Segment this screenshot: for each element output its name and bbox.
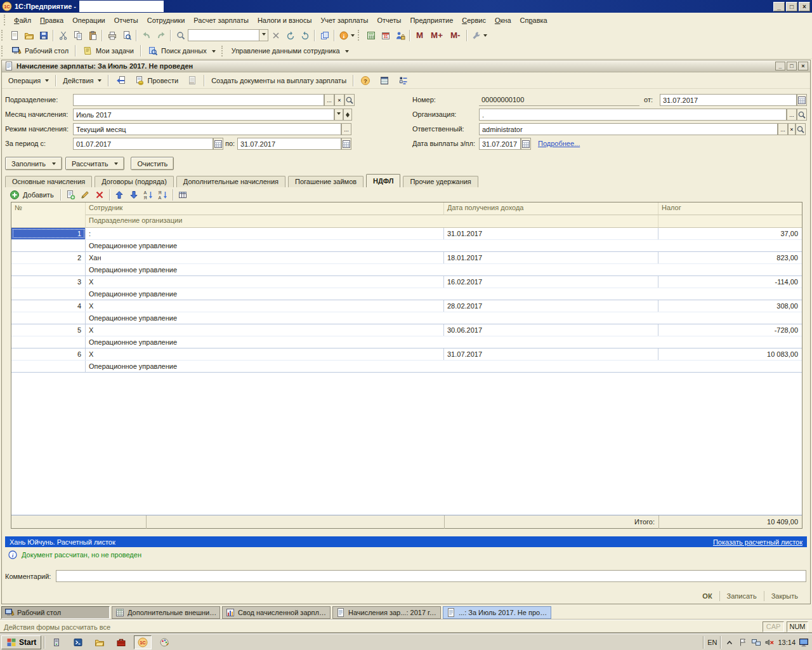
post-button[interactable]: Провести <box>130 74 183 88</box>
doc-close-button[interactable]: × <box>798 62 808 70</box>
division-open-button[interactable] <box>344 94 355 106</box>
income-date-cell[interactable]: 18.01.2017 <box>444 252 658 263</box>
clear-search-button[interactable] <box>268 29 283 42</box>
ok-button[interactable]: ОК <box>695 591 719 601</box>
department-cell[interactable]: Операционное управление <box>86 288 802 300</box>
window-tab[interactable]: Свод начисленной зарплат... <box>222 606 331 619</box>
structure-button[interactable] <box>394 74 413 88</box>
column-header-date[interactable]: Дата получения дохода <box>444 202 658 215</box>
division-clear-button[interactable]: × <box>334 94 344 106</box>
find-button[interactable] <box>173 29 188 42</box>
tab[interactable]: Дополнительные начисления <box>176 176 285 187</box>
flag-icon[interactable] <box>738 637 748 647</box>
quicklaunch-toolbox-button[interactable] <box>112 635 130 649</box>
department-cell[interactable]: Операционное управление <box>86 361 802 372</box>
memory-m-button[interactable]: M <box>412 29 427 42</box>
table-row[interactable]: 5Х30.06.2017-728,00Операционное управлен… <box>11 324 802 348</box>
menu-item[interactable]: Расчет зарплаты <box>189 15 253 26</box>
month-field[interactable] <box>73 109 334 121</box>
close-doc-button[interactable]: Закрыть <box>764 591 805 601</box>
print-button[interactable] <box>105 29 119 42</box>
employee-cell[interactable]: Х <box>86 348 444 360</box>
help-button[interactable]: ? <box>356 74 375 88</box>
show-desktop-icon[interactable] <box>799 637 809 647</box>
move-down-button[interactable] <box>127 189 141 202</box>
period-to-field[interactable] <box>237 138 341 150</box>
delete-row-button[interactable] <box>93 189 107 202</box>
info-button[interactable]: i <box>337 29 357 42</box>
panel-button[interactable]: Мои задачи <box>78 44 138 58</box>
table-row[interactable]: 6Х31.07.201710 083,00Операционное управл… <box>11 348 802 373</box>
row-number-cell[interactable]: 4 <box>11 300 86 312</box>
doc-date-calendar-button[interactable] <box>797 94 807 106</box>
paste-button[interactable] <box>85 29 100 42</box>
menu-item[interactable]: Файл <box>10 15 36 26</box>
row-number-cell[interactable]: 2 <box>11 252 86 263</box>
calendar-button[interactable]: 31 <box>378 29 393 42</box>
menu-item[interactable]: Отчеты <box>372 15 405 26</box>
responsible-select-button[interactable]: ... <box>778 123 788 135</box>
row-number-cell[interactable]: 3 <box>11 276 86 288</box>
menu-item[interactable]: Налоги и взносы <box>253 15 317 26</box>
sort-desc-button[interactable]: ЯА <box>156 189 171 202</box>
grip-handle[interactable] <box>358 30 361 41</box>
menu-item[interactable]: Операции <box>68 15 109 26</box>
employee-cell[interactable]: Х <box>86 276 444 288</box>
menu-item[interactable]: Окна <box>490 15 516 26</box>
user-permissions-button[interactable] <box>393 29 407 42</box>
department-cell[interactable]: Операционное управление <box>86 240 802 251</box>
memory-minus-button[interactable]: M- <box>447 29 464 42</box>
windows-list-button[interactable] <box>317 29 332 42</box>
settings-button[interactable] <box>469 29 489 42</box>
tab[interactable]: Основные начисления <box>5 176 92 187</box>
grip-handle[interactable] <box>4 15 7 25</box>
comment-field[interactable] <box>56 570 806 582</box>
organization-field[interactable] <box>479 109 787 121</box>
quicklaunch-folder-button[interactable] <box>91 635 108 649</box>
row-number-subcell[interactable] <box>11 288 86 300</box>
employee-cell[interactable]: : <box>86 228 444 239</box>
grip-handle[interactable] <box>1 30 4 41</box>
mode-field[interactable] <box>73 123 341 135</box>
row-number-subcell[interactable] <box>11 336 86 348</box>
post-document-button[interactable] <box>111 74 130 88</box>
tax-cell[interactable]: 10 083,00 <box>658 348 802 360</box>
column-header-tax[interactable]: Налог <box>658 202 802 215</box>
clear-button[interactable]: Очистить <box>131 157 174 170</box>
list-settings-button[interactable] <box>375 74 394 88</box>
column-header-employee[interactable]: Сотрудник <box>86 202 444 215</box>
department-cell[interactable]: Операционное управление <box>86 264 802 275</box>
responsible-open-button[interactable] <box>796 123 806 135</box>
period-from-field[interactable] <box>73 138 213 150</box>
start-button[interactable]: Start <box>1 635 41 649</box>
history-forward-button[interactable] <box>298 29 312 42</box>
period-to-calendar-button[interactable] <box>341 138 351 150</box>
details-link[interactable]: Подробнее... <box>538 138 580 150</box>
grip-handle[interactable] <box>221 46 225 56</box>
cut-button[interactable] <box>56 29 70 42</box>
division-select-button[interactable]: ... <box>324 94 334 106</box>
quicklaunch-ps-button[interactable] <box>69 635 87 649</box>
income-date-cell[interactable]: 30.06.2017 <box>444 324 658 336</box>
close-button[interactable]: × <box>799 2 810 11</box>
restore-button[interactable]: □ <box>786 2 797 11</box>
row-number-cell[interactable]: 6 <box>11 348 86 360</box>
employee-cell[interactable]: Х <box>86 300 444 312</box>
undo-button[interactable] <box>139 29 154 42</box>
unpost-button[interactable] <box>183 74 202 88</box>
organization-select-button[interactable]: ... <box>787 109 797 121</box>
row-number-subcell[interactable] <box>11 312 86 324</box>
window-tab[interactable]: Начисления зар...: 2017 г. - ... <box>332 606 441 619</box>
month-dropdown-button[interactable] <box>334 109 343 121</box>
responsible-field[interactable] <box>479 123 778 135</box>
doc-minimize-button[interactable]: _ <box>775 62 785 70</box>
copy-button[interactable] <box>70 29 85 42</box>
window-tab[interactable]: Дополнительные внешние ... <box>112 606 220 619</box>
income-date-cell[interactable]: 16.02.2017 <box>444 276 658 288</box>
tax-cell[interactable]: -114,00 <box>658 276 802 288</box>
menu-item[interactable]: Правка <box>36 15 68 26</box>
pay-date-field[interactable] <box>479 138 521 150</box>
copy-row-button[interactable] <box>63 189 78 202</box>
operation-menu-button[interactable]: Операция <box>4 74 53 88</box>
responsible-clear-button[interactable]: × <box>788 123 796 135</box>
